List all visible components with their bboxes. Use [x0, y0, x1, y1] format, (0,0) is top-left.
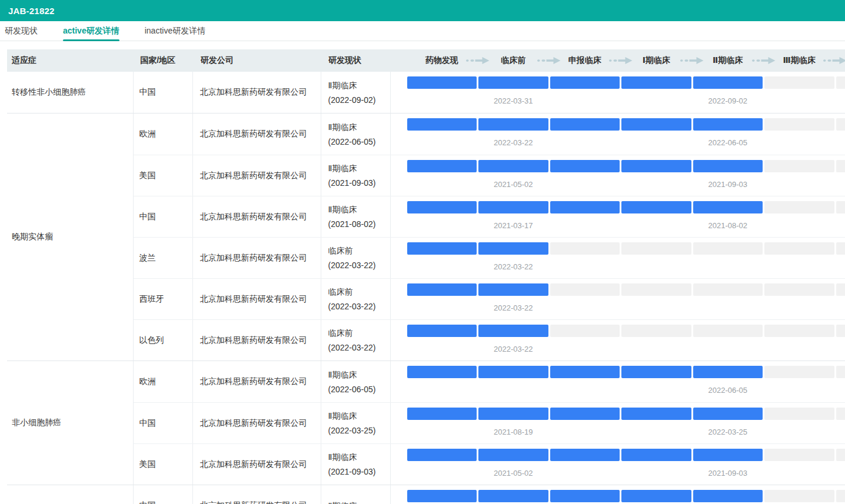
- phase-segment-filled: [407, 201, 477, 213]
- phase-segment-filled: [550, 76, 620, 89]
- phase-segment-empty: [836, 325, 845, 337]
- status-cell: Ⅱ期临床(2022-06-05): [321, 114, 391, 155]
- phase-segment-empty: [693, 242, 763, 255]
- header-indication: 适应症: [7, 49, 134, 72]
- phase-date: 2021-03-17: [478, 221, 548, 230]
- phase-date: 2022-09-02: [693, 96, 763, 105]
- status-cell: 临床前(2022-03-22): [321, 320, 391, 361]
- status-phase-text: Ⅱ期临床: [328, 123, 357, 131]
- phase-segment-filled: [693, 118, 763, 131]
- phase-progress: 2021-08-192022-03-25: [391, 403, 845, 443]
- phase-slot: Ⅱ期临床: [693, 49, 763, 72]
- phase-segment-filled: [550, 490, 620, 502]
- table-row: 波兰北京加科思新药研发有限公司临床前(2022-03-22)2022-03-22: [134, 237, 845, 278]
- phase-segment-filled: [621, 366, 691, 378]
- status-phase-text: 临床前: [328, 329, 353, 337]
- status-phase-text: Ⅱ期临床: [328, 81, 357, 89]
- phase-progress: 2022-03-222022-06-05: [391, 114, 845, 155]
- phase-progress-track: [391, 201, 845, 213]
- group-rows: 中国北京加科思新药研发有限公司Ⅱ期临床: [134, 485, 845, 504]
- phase-segment-empty: [764, 325, 834, 337]
- status-cell: Ⅱ期临床(2022-09-02): [321, 72, 391, 113]
- phase-segment-empty: [836, 283, 845, 296]
- phase-label: 申报临床: [568, 55, 601, 66]
- region-cell: 中国: [134, 196, 193, 237]
- indication-group: 晚期实体瘤欧洲北京加科思新药研发有限公司Ⅱ期临床(2022-06-05)2022…: [7, 113, 845, 361]
- phase-segment-filled: [693, 408, 763, 420]
- indication-cell: 非小细胞肺癌: [7, 361, 134, 485]
- phase-segment-filled: [407, 76, 477, 89]
- tab-bar: 研发现状active研发详情inactive研发详情: [0, 21, 845, 41]
- phase-segment-empty: [836, 201, 845, 213]
- region-cell: 中国: [134, 485, 193, 504]
- phase-segment-filled: [407, 408, 477, 420]
- status-phase-text: Ⅱ期临床: [328, 502, 357, 504]
- tab-rd-status[interactable]: 研发现状: [5, 21, 38, 41]
- phase-slot: 临床前: [478, 49, 548, 72]
- phase-segment-empty: [764, 201, 834, 213]
- phase-segment-filled: [478, 366, 548, 378]
- phase-date: 2021-09-03: [693, 469, 763, 478]
- phase-progress: 2021-05-022021-09-03: [391, 155, 845, 196]
- table-row: 中国北京加科思新药研发有限公司Ⅱ期临床(2022-09-02)2022-03-3…: [134, 72, 845, 113]
- phase-label: Ⅰ期临床: [643, 55, 670, 66]
- phase-date: 2021-08-19: [478, 428, 548, 436]
- phase-segment-empty: [836, 490, 845, 502]
- phase-segment-empty: [764, 76, 834, 89]
- phase-segment-filled: [478, 201, 548, 213]
- phase-header: 药物发现临床前申报临床Ⅰ期临床Ⅱ期临床Ⅲ期临床: [390, 49, 845, 72]
- phase-segment-filled: [407, 490, 477, 502]
- table-row: 中国北京加科思新药研发有限公司Ⅱ期临床(2022-03-25)2021-08-1…: [134, 402, 845, 443]
- phase-segment-filled: [407, 325, 477, 337]
- status-cell: Ⅱ期临床: [321, 485, 391, 504]
- region-cell: 欧洲: [134, 114, 193, 155]
- phase-date: 2022-03-22: [478, 262, 548, 271]
- phase-date: 2021-05-02: [478, 469, 548, 478]
- company-cell: 北京加科思新药研发有限公司: [193, 485, 321, 504]
- tab-label: 研发现状: [5, 26, 38, 36]
- phase-progress: 2022-03-22: [391, 238, 845, 278]
- phase-progress-track: [391, 490, 845, 502]
- status-date-text: (2021-09-03): [328, 468, 376, 476]
- phase-segment-empty: [764, 242, 834, 255]
- indication-cell: 转移性非小细胞肺癌: [7, 72, 134, 113]
- phase-segment-empty: [764, 283, 834, 296]
- table-row: 欧洲北京加科思新药研发有限公司Ⅱ期临床(2022-06-05)2022-03-2…: [134, 114, 845, 155]
- tab-active-rd-detail[interactable]: active研发详情: [63, 21, 119, 41]
- status-phase-text: Ⅱ期临床: [328, 205, 357, 213]
- company-cell: 北京加科思新药研发有限公司: [193, 114, 321, 155]
- phase-segment-filled: [407, 118, 477, 131]
- phase-slot: [836, 49, 845, 72]
- phase-date: 2022-03-22: [478, 345, 548, 353]
- status-date-text: (2022-09-02): [328, 96, 376, 104]
- status-date-text: (2022-06-05): [328, 385, 376, 393]
- phase-date: 2022-03-22: [478, 138, 548, 147]
- region-cell: 欧洲: [134, 361, 193, 402]
- table-row: 美国北京加科思新药研发有限公司Ⅱ期临床(2021-09-03)2021-05-0…: [134, 155, 845, 196]
- status-date-text: (2022-03-22): [328, 302, 376, 311]
- tab-label: inactive研发详情: [145, 26, 205, 36]
- status-phase-text: Ⅱ期临床: [328, 453, 357, 461]
- phase-segment-empty: [764, 366, 834, 378]
- phase-segment-filled: [478, 449, 548, 461]
- phase-segment-filled: [407, 449, 477, 461]
- region-cell: 中国: [134, 403, 193, 443]
- status-phase-text: Ⅱ期临床: [328, 164, 357, 172]
- phase-segment-empty: [836, 408, 845, 420]
- group-rows: 欧洲北京加科思新药研发有限公司Ⅱ期临床(2022-06-05)2022-03-2…: [134, 114, 845, 361]
- company-cell: 北京加科思新药研发有限公司: [193, 444, 321, 485]
- phase-progress-track: [391, 242, 845, 255]
- phase-segment-filled: [478, 325, 548, 337]
- phase-segment-filled: [550, 118, 620, 131]
- phase-segment-empty: [550, 242, 620, 255]
- phase-date: 2021-08-02: [693, 221, 763, 230]
- status-date-text: (2022-03-22): [328, 261, 376, 269]
- tab-inactive-rd-detail[interactable]: inactive研发详情: [145, 21, 205, 41]
- table-body: 转移性非小细胞肺癌中国北京加科思新药研发有限公司Ⅱ期临床(2022-09-02)…: [7, 72, 845, 504]
- phase-progress-track: [391, 325, 845, 337]
- table-header-row: 适应症 国家/地区 研发公司 研发现状 药物发现临床前申报临床Ⅰ期临床Ⅱ期临床Ⅲ…: [7, 49, 845, 72]
- status-date-text: (2022-03-22): [328, 343, 376, 352]
- phase-segment-empty: [693, 283, 763, 296]
- company-cell: 北京加科思新药研发有限公司: [193, 320, 321, 361]
- header-region: 国家/地区: [134, 49, 194, 72]
